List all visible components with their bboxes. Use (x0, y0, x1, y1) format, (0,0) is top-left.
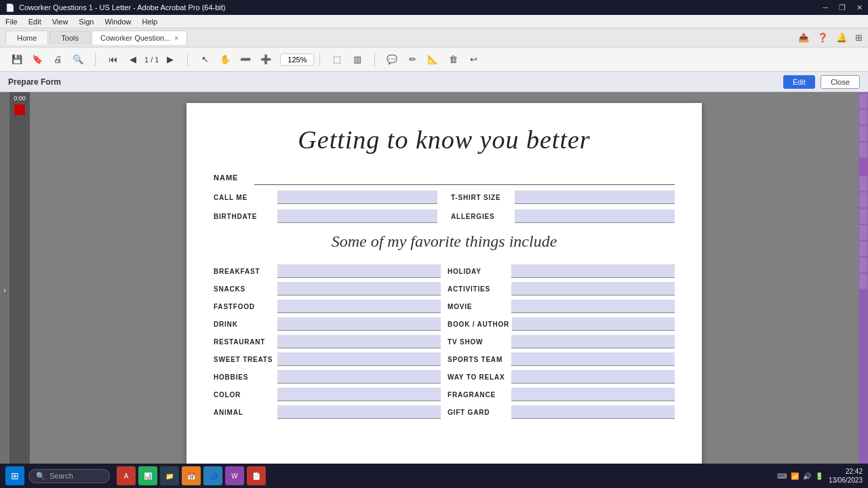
hobbies-input[interactable] (277, 370, 441, 384)
zoom-in-button[interactable]: ➕ (257, 51, 275, 68)
first-page-button[interactable]: ⏮ (104, 51, 121, 68)
tab-tools[interactable]: Tools (50, 30, 90, 45)
sports-team-field: SPORTS TEAM (448, 352, 675, 366)
close-form-button[interactable]: Close (821, 75, 860, 89)
taskbar-app-2[interactable]: 📊 (138, 466, 157, 485)
activities-input[interactable] (511, 282, 675, 296)
tray-icon-1: ⌨ (777, 472, 787, 480)
share-icon[interactable]: 📤 (798, 33, 809, 43)
bookmark-button[interactable]: 🔖 (28, 51, 46, 68)
book-input[interactable] (512, 317, 675, 331)
next-page-button[interactable]: ▶ (161, 51, 179, 68)
birthdate-field: BIRTHDATE (214, 209, 437, 223)
sidebar-tool-2[interactable] (859, 110, 867, 125)
zoom-display[interactable]: 125% (280, 54, 314, 66)
start-button[interactable]: ⊞ (5, 466, 24, 485)
birthdate-input[interactable] (277, 209, 437, 223)
minimize-button[interactable]: ─ (823, 3, 828, 12)
way-to-relax-field: WAY TO RELAX (448, 370, 675, 384)
movie-label: MOVIE (448, 303, 509, 310)
prev-page-button[interactable]: ◀ (124, 51, 142, 68)
sidebar-tool-4[interactable] (859, 142, 867, 157)
way-to-relax-input[interactable] (511, 370, 675, 384)
restaurant-field: RESTAURANT (214, 335, 441, 348)
tab-doc[interactable]: Coworker Question... × (92, 30, 187, 45)
tshirt-input[interactable] (515, 190, 675, 204)
undo-tool[interactable]: ↩ (465, 51, 482, 68)
allergies-input[interactable] (515, 209, 675, 223)
tray-icon-3: 🔊 (803, 472, 811, 480)
color-input[interactable] (277, 388, 441, 401)
measure-tool[interactable]: 📐 (424, 51, 441, 68)
comment-tool[interactable]: 💬 (383, 51, 401, 68)
call-me-input[interactable] (277, 190, 437, 204)
taskbar-search[interactable]: 🔍 Search (28, 469, 110, 483)
sidebar-tool-5[interactable] (859, 159, 867, 175)
sidebar-tool-11[interactable] (859, 258, 867, 272)
sidebar-tool-9[interactable] (859, 225, 867, 240)
tv-show-input[interactable] (511, 335, 675, 348)
cursor-tool[interactable]: ↖ (196, 51, 214, 68)
taskbar-app-1[interactable]: A (117, 466, 136, 485)
movie-input[interactable] (511, 300, 675, 313)
restaurant-input[interactable] (277, 335, 441, 348)
sidebar-tool-8[interactable] (859, 209, 867, 224)
sidebar-tool-3[interactable] (859, 126, 867, 141)
sidebar-tool-12[interactable] (859, 274, 867, 289)
taskbar-app-3[interactable]: 📁 (160, 466, 179, 485)
gift-gard-input[interactable] (511, 405, 675, 419)
sidebar-tool-1[interactable] (859, 94, 867, 108)
sweet-treats-input[interactable] (277, 352, 441, 366)
restore-button[interactable]: ❐ (839, 3, 846, 12)
taskbar-app-5[interactable]: 🔵 (203, 466, 222, 485)
save-button[interactable]: 💾 (8, 51, 26, 68)
help-icon[interactable]: ❓ (817, 33, 828, 43)
animal-label: ANIMAL (214, 409, 275, 416)
tools-btn-2[interactable]: ▥ (349, 51, 366, 68)
select-tool[interactable]: ⬚ (328, 51, 346, 68)
menu-view[interactable]: View (52, 18, 68, 26)
canvas-area: Getting to know you better NAME CALL ME … (30, 92, 859, 488)
name-input[interactable] (254, 170, 675, 185)
search-button[interactable]: 🔍 (69, 51, 87, 68)
sidebar-tool-10[interactable] (859, 241, 867, 256)
sports-team-input[interactable] (511, 352, 675, 366)
sidebar-tool-7[interactable] (859, 192, 867, 207)
left-collapse-panel[interactable]: › (0, 92, 9, 488)
notification-icon[interactable]: 🔔 (836, 33, 847, 43)
taskbar-right: ⌨ 📶 🔊 🔋 22:42 13/06/2023 (777, 467, 863, 485)
favorites-section: BREAKFAST HOLIDAY SNACKS ACTIVITIES (214, 264, 675, 419)
animal-input[interactable] (277, 405, 441, 419)
apps-icon[interactable]: ⊞ (855, 33, 863, 43)
breakfast-input[interactable] (277, 264, 441, 278)
holiday-input[interactable] (511, 264, 675, 278)
menu-sign[interactable]: Sign (79, 18, 94, 26)
fragrance-input[interactable] (511, 388, 675, 401)
taskbar-app-6[interactable]: W (225, 466, 244, 485)
snacks-input[interactable] (277, 282, 441, 296)
edit-button[interactable]: Edit (783, 75, 815, 89)
zoom-group: 125% (280, 54, 314, 66)
tv-show-label: TV SHOW (448, 338, 509, 346)
taskbar-app-4[interactable]: 📅 (182, 466, 201, 485)
zoom-out-button[interactable]: ➖ (237, 51, 254, 68)
fastfood-input[interactable] (277, 300, 441, 313)
timer-stop-button[interactable] (14, 104, 25, 115)
call-me-field: CALL ME (214, 190, 437, 204)
menu-window[interactable]: Window (104, 18, 131, 26)
delete-tool[interactable]: 🗑 (444, 51, 462, 68)
taskbar-app-7[interactable]: 📄 (247, 466, 266, 485)
tab-close-button[interactable]: × (174, 35, 178, 42)
hand-tool[interactable]: ✋ (216, 51, 234, 68)
close-button[interactable]: ✕ (856, 3, 863, 12)
menu-file[interactable]: File (5, 18, 18, 26)
clock-time: 22:42 (829, 467, 863, 476)
menu-help[interactable]: Help (142, 18, 158, 26)
drink-input[interactable] (277, 317, 441, 331)
print-button[interactable]: 🖨 (49, 51, 66, 68)
pen-tool[interactable]: ✏ (403, 51, 421, 68)
sidebar-tool-6[interactable] (859, 176, 867, 191)
tab-home[interactable]: Home (5, 30, 48, 45)
pdf-page: Getting to know you better NAME CALL ME … (186, 103, 702, 483)
menu-edit[interactable]: Edit (28, 18, 41, 26)
